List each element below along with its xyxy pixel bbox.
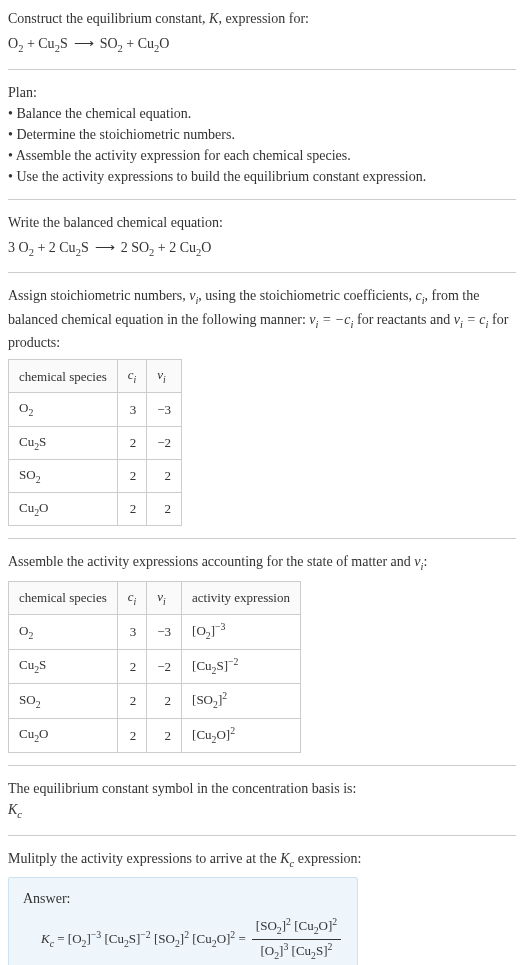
coeff: 2 xyxy=(169,240,180,255)
cell-species: Cu2O xyxy=(9,718,118,753)
multiply-section: Mulitply the activity expressions to arr… xyxy=(8,848,516,965)
cell-ni: 2 xyxy=(147,718,182,753)
stoich-table: chemical species ci νi O2 3 −3 Cu2S 2 −2… xyxy=(8,359,182,526)
prompt-line: Construct the equilibrium constant, K, e… xyxy=(8,8,516,29)
prompt-text-b: , expression for: xyxy=(218,11,309,26)
eq-reactant: νi = −ci xyxy=(309,312,353,327)
cell-ci: 2 xyxy=(117,718,147,753)
assign-text: , using the stoichiometric coefficients, xyxy=(198,288,415,303)
coeff: 2 xyxy=(121,240,132,255)
species-so2: SO2 xyxy=(131,240,154,255)
prompt-text-a: Construct the equilibrium constant, xyxy=(8,11,209,26)
table-row: Cu2O 2 2 xyxy=(9,493,182,526)
cell-species: Cu2O xyxy=(9,493,118,526)
c-i: ci xyxy=(415,288,424,303)
plan-bullet: • Use the activity expressions to build … xyxy=(8,166,516,187)
table-row: Cu2S 2 −2 xyxy=(9,426,182,459)
cell-ni: −2 xyxy=(147,426,182,459)
col-species: chemical species xyxy=(9,581,118,614)
divider xyxy=(8,538,516,539)
cell-ni: 2 xyxy=(147,684,182,719)
plan-heading: Plan: xyxy=(8,82,516,103)
ksymbol-section: The equilibrium constant symbol in the c… xyxy=(8,778,516,823)
divider xyxy=(8,835,516,836)
cell-activity: [SO2]2 xyxy=(182,684,301,719)
col-activity: activity expression xyxy=(182,581,301,614)
table-row: O2 3 −3 xyxy=(9,393,182,426)
eq-product: νi = ci xyxy=(454,312,489,327)
divider xyxy=(8,272,516,273)
table-header-row: chemical species ci νi activity expressi… xyxy=(9,581,301,614)
ksymbol-text: The equilibrium constant symbol in the c… xyxy=(8,778,516,799)
assemble-text: Assemble the activity expressions accoun… xyxy=(8,554,414,569)
balanced-heading: Write the balanced chemical equation: xyxy=(8,212,516,233)
table-row: O2 3 −3 [O2]−3 xyxy=(9,615,301,650)
table-row: SO2 2 2 xyxy=(9,459,182,492)
coeff: 3 xyxy=(8,240,19,255)
divider xyxy=(8,69,516,70)
divider xyxy=(8,765,516,766)
plus: + xyxy=(34,240,49,255)
reactant-o2: O2 xyxy=(8,36,23,51)
assign-text: for reactants and xyxy=(353,312,453,327)
cell-species: Cu2S xyxy=(9,426,118,459)
product-so2: SO2 xyxy=(100,36,123,51)
answer-label: Answer: xyxy=(23,888,343,909)
coeff: 2 xyxy=(49,240,60,255)
multiply-text: expression: xyxy=(294,851,361,866)
cell-ci: 2 xyxy=(117,426,147,459)
table-header-row: chemical species ci νi xyxy=(9,360,182,393)
kc-expression: Kc = [O2]−3 [Cu2S]−2 [SO2]2 [Cu2O]2 = [S… xyxy=(23,915,343,963)
assign-section: Assign stoichiometric numbers, νi, using… xyxy=(8,285,516,526)
assemble-text: : xyxy=(423,554,427,569)
assign-text: Assign stoichiometric numbers, xyxy=(8,288,189,303)
table-row: Cu2O 2 2 [Cu2O]2 xyxy=(9,718,301,753)
prompt-section: Construct the equilibrium constant, K, e… xyxy=(8,8,516,57)
col-species: chemical species xyxy=(9,360,118,393)
cell-ci: 3 xyxy=(117,615,147,650)
cell-ni: 2 xyxy=(147,493,182,526)
cell-ni: −2 xyxy=(147,649,182,684)
cell-activity: [Cu2S]−2 xyxy=(182,649,301,684)
k-symbol: K xyxy=(209,11,218,26)
plan-bullet: • Assemble the activity expression for e… xyxy=(8,145,516,166)
cell-ci: 2 xyxy=(117,649,147,684)
multiply-text: Mulitply the activity expressions to arr… xyxy=(8,851,280,866)
arrow-icon: ⟶ xyxy=(95,240,115,255)
kc-lhs: Kc = [O2]−3 [Cu2S]−2 [SO2]2 [Cu2O]2 = xyxy=(41,928,246,952)
cell-activity: [Cu2O]2 xyxy=(182,718,301,753)
species-cu2s: Cu2S xyxy=(59,240,88,255)
balanced-equation: 3 O2 + 2 Cu2S⟶2 SO2 + 2 Cu2O xyxy=(8,237,516,261)
table-row: Cu2S 2 −2 [Cu2S]−2 xyxy=(9,649,301,684)
fraction-numerator: [SO2]2 [Cu2O]2 xyxy=(252,915,341,940)
col-ni: νi xyxy=(147,581,182,614)
cell-ni: 2 xyxy=(147,459,182,492)
species-o2: O2 xyxy=(19,240,34,255)
fraction-denominator: [O2]3 [Cu2S]2 xyxy=(252,940,341,964)
cell-ci: 2 xyxy=(117,493,147,526)
plus: + xyxy=(123,36,138,51)
cell-ci: 2 xyxy=(117,459,147,492)
cell-ni: −3 xyxy=(147,393,182,426)
activity-table: chemical species ci νi activity expressi… xyxy=(8,581,301,753)
arrow-icon: ⟶ xyxy=(74,36,94,51)
kc-fraction: [SO2]2 [Cu2O]2 [O2]3 [Cu2S]2 xyxy=(252,915,341,963)
cell-species: SO2 xyxy=(9,459,118,492)
col-ni: νi xyxy=(147,360,182,393)
plan-bullet: • Determine the stoichiometric numbers. xyxy=(8,124,516,145)
cell-ci: 2 xyxy=(117,684,147,719)
divider xyxy=(8,199,516,200)
plus: + xyxy=(154,240,169,255)
balanced-section: Write the balanced chemical equation: 3 … xyxy=(8,212,516,261)
product-cu2o: Cu2O xyxy=(138,36,170,51)
kc-symbol: Kc xyxy=(280,851,294,866)
table-row: SO2 2 2 [SO2]2 xyxy=(9,684,301,719)
cell-activity: [O2]−3 xyxy=(182,615,301,650)
cell-ci: 3 xyxy=(117,393,147,426)
cell-species: SO2 xyxy=(9,684,118,719)
plan-section: Plan: • Balance the chemical equation. •… xyxy=(8,82,516,187)
col-ci: ci xyxy=(117,360,147,393)
nu-i: νi xyxy=(189,288,198,303)
reactant-cu2s: Cu2S xyxy=(38,36,67,51)
answer-box: Answer: Kc = [O2]−3 [Cu2S]−2 [SO2]2 [Cu2… xyxy=(8,877,358,965)
